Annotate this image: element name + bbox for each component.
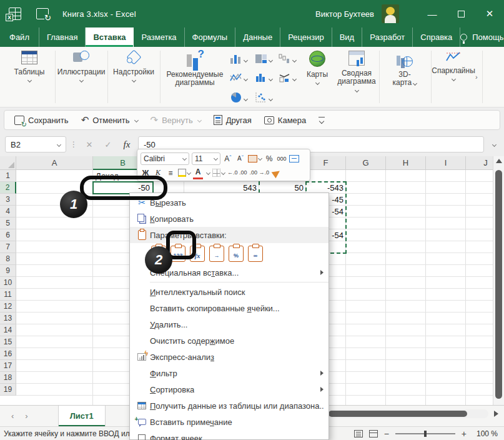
insert-line-chart-button[interactable] bbox=[230, 72, 247, 82]
row-header-6[interactable]: 6 bbox=[0, 229, 16, 241]
chevron-down-icon[interactable] bbox=[206, 171, 210, 175]
paste-link-button[interactable]: ∞ bbox=[248, 246, 263, 262]
zoom-in-button[interactable]: + bbox=[462, 429, 467, 439]
expand-formula-bar-icon[interactable] bbox=[488, 143, 499, 146]
name-box[interactable]: B2 bbox=[5, 136, 66, 152]
row-header-1[interactable]: 1 bbox=[0, 170, 16, 182]
row-header-19[interactable]: 19 bbox=[0, 384, 16, 396]
insert-pie-chart-button[interactable] bbox=[230, 92, 247, 103]
row-header-8[interactable]: 8 bbox=[0, 253, 16, 265]
close-button[interactable]: ✕ bbox=[475, 0, 504, 28]
maximize-button[interactable] bbox=[447, 0, 475, 28]
vertical-scroll-thumb[interactable] bbox=[495, 170, 502, 399]
row-header-13[interactable]: 13 bbox=[0, 312, 16, 324]
tab-разработ[interactable]: Разработ bbox=[362, 28, 413, 47]
insert-hierarchy-chart-button[interactable] bbox=[255, 53, 272, 64]
scroll-right-icon[interactable]: › bbox=[475, 73, 478, 81]
menu-item-get-data-from-table[interactable]: Получить данные из таблицы или диапазона… bbox=[130, 398, 329, 414]
tab-вид[interactable]: Вид bbox=[332, 28, 363, 47]
menu-item-smart-lookup[interactable]: Интеллектуальный поиск bbox=[130, 284, 329, 300]
cancel-entry-button[interactable]: ✕ bbox=[82, 137, 97, 152]
scroll-up-icon[interactable] bbox=[496, 159, 502, 163]
zoom-slider[interactable] bbox=[395, 433, 455, 434]
column-header-F[interactable]: F bbox=[306, 156, 346, 170]
tab-данные[interactable]: Данные bbox=[235, 28, 280, 47]
paste-formatting-button[interactable]: % bbox=[229, 246, 244, 262]
percent-style-button[interactable]: % bbox=[264, 152, 274, 165]
horizontal-scroll-thumb[interactable] bbox=[329, 411, 467, 417]
fill-color-button[interactable] bbox=[178, 167, 190, 179]
insert-statistic-chart-button[interactable] bbox=[255, 72, 272, 82]
merge-center-button[interactable] bbox=[289, 152, 299, 165]
tab-формулы[interactable]: Формулы bbox=[185, 28, 236, 47]
zoom-percentage[interactable]: 100 % bbox=[473, 429, 498, 438]
normal-view-icon[interactable] bbox=[354, 430, 363, 438]
row-header-10[interactable]: 10 bbox=[0, 277, 16, 289]
insert-waterfall-chart-button[interactable] bbox=[279, 53, 296, 64]
column-header-A[interactable]: A bbox=[16, 156, 93, 170]
menu-item-insert-comment[interactable]: Вставить примечание bbox=[130, 414, 329, 430]
insert-column-chart-button[interactable] bbox=[230, 53, 247, 64]
insert-scatter-chart-button[interactable] bbox=[255, 92, 272, 103]
paste-transpose-button[interactable]: → bbox=[209, 246, 224, 262]
row-header-15[interactable]: 15 bbox=[0, 336, 16, 348]
sheet-tab-list1[interactable]: Лист1 bbox=[58, 406, 106, 426]
borders-lines-button[interactable]: ≡ bbox=[166, 167, 175, 179]
tab-вставка[interactable]: Вставка bbox=[86, 28, 134, 47]
chevron-down-icon[interactable] bbox=[134, 118, 139, 122]
zoom-slider-thumb[interactable] bbox=[424, 431, 427, 437]
sparklines-button[interactable]: Спарклайны bbox=[433, 51, 473, 81]
menu-item-delete[interactable]: Удалить... bbox=[130, 316, 329, 332]
format-painter-button[interactable] bbox=[272, 167, 282, 179]
row-header-4[interactable]: 4 bbox=[0, 206, 16, 218]
pivot-chart-button[interactable]: Своднаядиаграмма bbox=[336, 51, 377, 94]
recommended-charts-button[interactable]: Рекомендуемыедиаграммы bbox=[164, 51, 226, 87]
insert-function-button[interactable]: fx bbox=[119, 137, 134, 152]
row-header-2[interactable]: 2 bbox=[0, 182, 16, 194]
column-header-I[interactable]: I bbox=[426, 156, 466, 170]
row-header-17[interactable]: 17 bbox=[0, 360, 16, 372]
addins-button[interactable]: Надстройки bbox=[111, 51, 156, 82]
menu-item-copy[interactable]: Копировать bbox=[130, 211, 329, 227]
tab-файл[interactable]: Файл bbox=[0, 28, 39, 47]
tab-help[interactable]: Помощь bbox=[472, 32, 503, 42]
map3d-button[interactable]: 3D-карта bbox=[382, 51, 427, 87]
other-button[interactable]: Другая bbox=[209, 113, 257, 127]
chevron-down-icon[interactable] bbox=[197, 118, 202, 122]
confirm-entry-button[interactable]: ✓ bbox=[101, 137, 116, 152]
menu-item-insert-copied-cells[interactable]: Вставить скопированные ячейки... bbox=[130, 300, 329, 316]
redo-button[interactable]: ↷Вернуть bbox=[146, 112, 206, 128]
row-header-14[interactable]: 14 bbox=[0, 324, 16, 336]
increase-decimal-button[interactable]: .00 →.0 bbox=[250, 167, 270, 179]
row-header-16[interactable]: 16 bbox=[0, 348, 16, 360]
row-header-9[interactable]: 9 bbox=[0, 265, 16, 277]
row-header-11[interactable]: 11 bbox=[0, 289, 16, 301]
row-header-3[interactable]: 3 bbox=[0, 194, 16, 206]
select-all-corner[interactable] bbox=[0, 156, 16, 170]
vertical-scrollbar[interactable] bbox=[493, 156, 504, 405]
borders-button[interactable] bbox=[212, 167, 225, 179]
column-header-H[interactable]: H bbox=[386, 156, 426, 170]
insert-combo-chart-button[interactable] bbox=[279, 72, 296, 82]
maps-button[interactable]: Карты bbox=[301, 51, 334, 84]
tab-главная[interactable]: Главная bbox=[39, 28, 86, 47]
zoom-out-button[interactable]: − bbox=[384, 429, 389, 439]
row-header-18[interactable]: 18 bbox=[0, 372, 16, 384]
menu-item-sort[interactable]: Сортировка bbox=[130, 381, 329, 398]
column-header-J[interactable]: J bbox=[466, 156, 493, 170]
illustrations-button[interactable]: Иллюстрации bbox=[57, 51, 105, 82]
font-size-combo[interactable]: 11 bbox=[192, 152, 220, 165]
account-name[interactable]: Виктор Бухтеев bbox=[315, 9, 374, 19]
tab-разметка[interactable]: Разметка bbox=[134, 28, 184, 47]
save-button[interactable]: Сохранить bbox=[9, 114, 74, 127]
row-header-12[interactable]: 12 bbox=[0, 301, 16, 312]
customize-qat-icon[interactable] bbox=[319, 117, 325, 123]
column-header-G[interactable]: G bbox=[346, 156, 386, 170]
tab-справка[interactable]: Справка bbox=[413, 28, 460, 47]
scroll-right-icon[interactable] bbox=[494, 411, 498, 417]
decrease-decimal-button[interactable]: ←.0 .00 bbox=[227, 167, 247, 179]
row-header-7[interactable]: 7 bbox=[0, 241, 16, 253]
undo-button[interactable]: ↷Отменить bbox=[76, 112, 143, 128]
tables-button[interactable]: Таблицы bbox=[7, 51, 51, 82]
shrink-font-button[interactable]: Aˇ bbox=[235, 152, 245, 165]
